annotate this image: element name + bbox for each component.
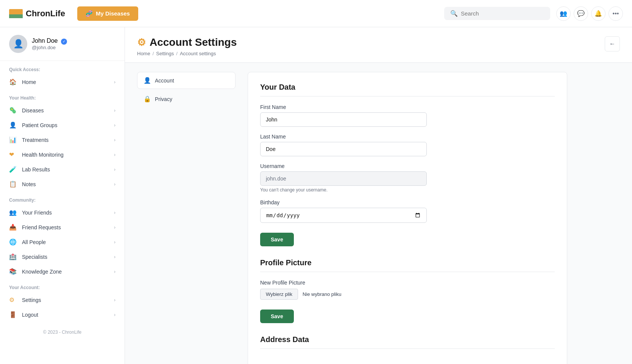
breadcrumb-account-settings[interactable]: Account settings [180,51,216,56]
save-profile-button[interactable]: Save [260,310,294,323]
breadcrumb-sep-1: / [153,51,154,56]
chat-icon-button[interactable]: 💬 [574,6,588,21]
topnav-icons: 👥 💬 🔔 ••• [556,6,623,21]
user-section: 👤 John Doe ✓ @john.doe [0,27,125,61]
search-input[interactable] [461,10,544,17]
breadcrumb-sep-2: / [176,51,178,56]
profile-picture-title: Profile Picture [260,258,555,267]
diseases-arrow-icon: › [114,108,115,113]
file-choose-button[interactable]: Wybierz plik [260,289,298,300]
file-input-row: Wybierz plik Nie wybrano pliku [260,289,555,300]
sidebar-patient-groups-label: Patient Groups [22,122,114,128]
page-title: ⚙ Account Settings [137,36,237,48]
your-friends-arrow-icon: › [114,210,115,215]
settings-icon: ⚙ [9,296,17,303]
settings-menu-account[interactable]: 👤 Account [137,72,236,89]
sidebar-item-diseases[interactable]: 🦠 Diseases › [0,103,125,118]
settings-layout: 👤 Account 🔒 Privacy Your Data First Name [125,63,579,364]
verify-badge: ✓ [61,39,67,45]
sidebar-home-label: Home [22,79,114,85]
sidebar-item-lab-results[interactable]: 🧪 Lab Results › [0,162,125,177]
health-monitoring-icon: ❤ [9,151,17,158]
sidebar-knowledge-zone-label: Knowledge Zone [22,269,114,275]
user-handle: @john.doe [32,45,67,50]
logout-icon: 🚪 [9,311,17,318]
address-data-section: Address Data [260,335,555,349]
patient-groups-icon: 👤 [9,121,17,129]
sidebar-item-all-people[interactable]: 🌐 All People › [0,235,125,249]
first-name-input[interactable] [260,112,427,127]
lab-results-arrow-icon: › [114,167,115,172]
last-name-input[interactable] [260,142,427,156]
account-menu-icon: 👤 [144,77,151,84]
username-label: Username [260,163,555,169]
friend-requests-icon: 📥 [9,224,17,231]
sidebar-item-health-monitoring[interactable]: ❤ Health Monitoring › [0,147,125,162]
logout-arrow-icon: › [114,312,115,317]
sidebar-item-home[interactable]: 🏠 Home › [0,75,125,89]
settings-sidebar: 👤 Account 🔒 Privacy [137,72,236,364]
breadcrumb-settings[interactable]: Settings [156,51,174,56]
settings-arrow-icon: › [114,297,115,303]
specialists-arrow-icon: › [114,254,115,260]
your-data-title: Your Data [260,83,555,92]
save-data-button[interactable]: Save [260,233,294,246]
home-icon: 🏠 [9,78,17,86]
sidebar: 👤 John Doe ✓ @john.doe Quick Access: 🏠 H… [0,27,125,364]
topnav: ChronLife 🧬 My Diseases 🔍 👥 💬 🔔 ••• [0,0,632,27]
notes-icon: 📋 [9,180,17,188]
community-label: Community: [0,191,125,205]
back-button[interactable]: ← [605,36,620,51]
your-data-divider [260,96,555,96]
sidebar-item-treatments[interactable]: 📊 Treatments › [0,132,125,147]
first-name-label: First Name [260,104,555,110]
breadcrumb: Home / Settings / Account settings [137,51,237,56]
sidebar-item-patient-groups[interactable]: 👤 Patient Groups › [0,118,125,132]
logo[interactable]: ChronLife [9,9,65,19]
sidebar-lab-results-label: Lab Results [22,166,114,173]
address-data-title: Address Data [260,335,555,344]
bell-icon-button[interactable]: 🔔 [591,6,605,21]
notes-arrow-icon: › [114,182,115,187]
settings-form: Your Data First Name Last Name Username … [248,72,567,364]
settings-menu-privacy[interactable]: 🔒 Privacy [137,90,236,107]
user-name: John Doe ✓ [32,37,67,45]
sidebar-item-settings[interactable]: ⚙ Settings › [0,292,125,307]
friend-requests-arrow-icon: › [114,225,115,230]
new-profile-picture-group: New Profile Picture Wybierz plik Nie wyb… [260,280,555,300]
privacy-menu-icon: 🔒 [144,95,151,103]
birthday-input[interactable] [260,208,427,223]
sidebar-item-logout[interactable]: 🚪 Logout › [0,307,125,322]
more-icon-button[interactable]: ••• [609,6,623,21]
all-people-arrow-icon: › [114,240,115,245]
avatar: 👤 [9,35,27,53]
diseases-icon: 🦠 [9,107,17,114]
user-display-name: John Doe [32,37,58,44]
quick-access-label: Quick Access: [0,61,125,75]
sidebar-item-knowledge-zone[interactable]: 📚 Knowledge Zone › [0,264,125,279]
sidebar-notes-label: Notes [22,181,114,187]
sidebar-item-friend-requests[interactable]: 📥 Friend Requests › [0,220,125,235]
user-info: John Doe ✓ @john.doe [32,37,67,50]
address-data-divider [260,348,555,349]
health-monitoring-arrow-icon: › [114,152,115,157]
sidebar-item-specialists[interactable]: 🏥 Specialists › [0,249,125,264]
page-title-icon: ⚙ [137,37,146,48]
my-diseases-button[interactable]: 🧬 My Diseases [77,6,138,21]
username-input [260,171,427,186]
my-diseases-icon: 🧬 [86,10,93,17]
sidebar-item-notes[interactable]: 📋 Notes › [0,177,125,191]
logo-icon [9,9,23,18]
people-icon-button[interactable]: 👥 [556,6,571,21]
specialists-icon: 🏥 [9,253,17,260]
breadcrumb-home[interactable]: Home [137,51,150,56]
sidebar-friend-requests-label: Friend Requests [22,224,114,230]
svg-rect-2 [9,13,23,14]
sidebar-your-friends-label: Your Friends [22,210,114,216]
new-profile-picture-label: New Profile Picture [260,280,555,286]
sidebar-logout-label: Logout [22,312,114,318]
treatments-icon: 📊 [9,136,17,143]
sidebar-item-your-friends[interactable]: 👥 Your Friends › [0,205,125,220]
all-people-icon: 🌐 [9,238,17,246]
search-bar: 🔍 [444,7,550,20]
